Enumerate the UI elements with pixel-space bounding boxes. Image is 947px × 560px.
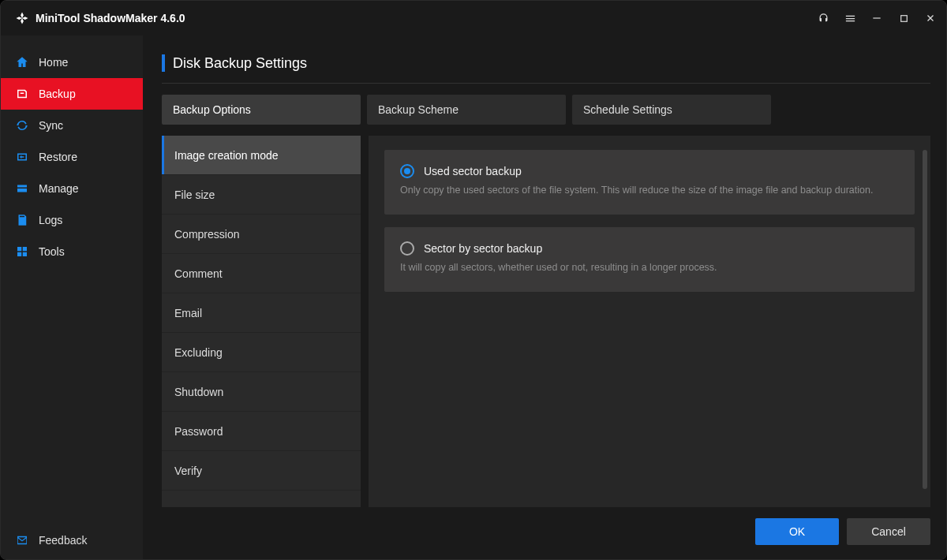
maximize-icon[interactable]: [897, 12, 910, 24]
sublist-comment[interactable]: Comment: [162, 254, 361, 293]
sublist-label: Image creation mode: [174, 149, 279, 162]
sync-icon: [15, 118, 29, 133]
option-sector-by-sector[interactable]: Sector by sector backup It will copy all…: [384, 227, 915, 292]
sidebar-item-restore[interactable]: Restore: [1, 141, 143, 173]
sidebar-item-tools[interactable]: Tools: [1, 236, 143, 267]
tools-icon: [15, 245, 29, 259]
sublist-label: Comment: [174, 267, 223, 280]
sublist-file-size[interactable]: File size: [162, 175, 361, 215]
home-icon: [15, 55, 29, 69]
app-logo-icon: [15, 11, 29, 25]
sublist-password[interactable]: Password: [162, 412, 361, 451]
settings-row: Image creation mode File size Compressio…: [162, 136, 930, 507]
radio-row: Sector by sector backup: [400, 241, 899, 256]
sublist-email[interactable]: Email: [162, 293, 361, 333]
backup-icon: [15, 87, 29, 101]
dialog-footer: OK Cancel: [162, 507, 930, 545]
logs-icon: [15, 213, 29, 227]
sublist-label: Password: [174, 425, 223, 438]
sidebar-item-sync[interactable]: Sync: [1, 110, 143, 141]
sidebar-item-label: Manage: [39, 182, 79, 195]
sublist-label: Excluding: [174, 346, 223, 359]
app-title: MiniTool ShadowMaker 4.6.0: [36, 12, 185, 24]
sidebar-item-label: Tools: [39, 245, 65, 258]
option-desc: Only copy the used sectors of the file s…: [400, 185, 899, 196]
sublist-label: File size: [174, 189, 215, 201]
radio-row: Used sector backup: [400, 164, 899, 178]
tabs-row: Backup Options Backup Scheme Schedule Se…: [162, 95, 930, 125]
sidebar-item-label: Home: [39, 56, 68, 69]
svg-rect-0: [873, 17, 880, 18]
sublist-label: Verify: [174, 465, 202, 477]
svg-rect-1: [900, 15, 907, 21]
sublist-compression[interactable]: Compression: [162, 215, 361, 254]
tab-label: Backup Scheme: [378, 103, 459, 116]
radio-unselected-icon[interactable]: [400, 241, 414, 256]
sidebar-item-manage[interactable]: Manage: [1, 173, 143, 204]
sidebar-item-label: Logs: [39, 214, 62, 226]
tab-schedule-settings[interactable]: Schedule Settings: [572, 95, 771, 125]
titlebar: MiniTool ShadowMaker 4.6.0: [1, 1, 946, 35]
app-window: MiniTool ShadowMaker 4.6.0: [0, 0, 947, 560]
sublist-label: Compression: [174, 228, 239, 241]
sidebar-item-backup[interactable]: Backup: [1, 78, 143, 110]
manage-icon: [15, 181, 29, 196]
scrollbar[interactable]: [923, 150, 927, 489]
feedback-label: Feedback: [39, 534, 87, 547]
options-panel: Used sector backup Only copy the used se…: [369, 136, 930, 507]
menu-icon[interactable]: [844, 12, 856, 24]
titlebar-left: MiniTool ShadowMaker 4.6.0: [15, 11, 185, 25]
app-body: Home Backup Sync: [1, 35, 946, 559]
sidebar: Home Backup Sync: [1, 35, 143, 559]
sublist-verify[interactable]: Verify: [162, 451, 361, 491]
header-accent: [162, 54, 165, 72]
ok-button[interactable]: OK: [755, 518, 839, 545]
tab-backup-scheme[interactable]: Backup Scheme: [367, 95, 566, 125]
sidebar-item-label: Restore: [39, 151, 77, 163]
tab-label: Backup Options: [173, 103, 251, 116]
support-icon[interactable]: [817, 12, 829, 24]
option-title: Sector by sector backup: [424, 242, 542, 255]
sublist-label: Email: [174, 307, 202, 319]
option-used-sector[interactable]: Used sector backup Only copy the used se…: [384, 150, 915, 215]
options-sublist: Image creation mode File size Compressio…: [162, 136, 361, 507]
minimize-icon[interactable]: [870, 12, 883, 24]
sidebar-item-logs[interactable]: Logs: [1, 204, 143, 236]
radio-selected-icon[interactable]: [400, 164, 414, 178]
main-area: Disk Backup Settings Backup Options Back…: [143, 35, 946, 559]
tab-label: Schedule Settings: [583, 103, 672, 116]
cancel-button[interactable]: Cancel: [847, 518, 930, 545]
titlebar-controls: [817, 12, 937, 24]
sidebar-feedback[interactable]: Feedback: [1, 521, 143, 559]
sidebar-item-label: Backup: [39, 88, 76, 100]
sidebar-item-home[interactable]: Home: [1, 47, 143, 78]
page-title: Disk Backup Settings: [173, 55, 307, 72]
page-header: Disk Backup Settings: [162, 54, 930, 84]
restore-icon: [15, 150, 29, 164]
sublist-image-creation-mode[interactable]: Image creation mode: [162, 136, 361, 175]
feedback-icon: [15, 533, 29, 547]
tab-backup-options[interactable]: Backup Options: [162, 95, 361, 125]
sidebar-nav: Home Backup Sync: [1, 47, 143, 521]
option-desc: It will copy all sectors, whether used o…: [400, 262, 899, 273]
close-icon[interactable]: [924, 12, 937, 24]
sublist-label: Shutdown: [174, 386, 223, 398]
option-title: Used sector backup: [424, 165, 522, 177]
sidebar-item-label: Sync: [39, 119, 63, 132]
sublist-shutdown[interactable]: Shutdown: [162, 372, 361, 412]
sublist-excluding[interactable]: Excluding: [162, 333, 361, 372]
